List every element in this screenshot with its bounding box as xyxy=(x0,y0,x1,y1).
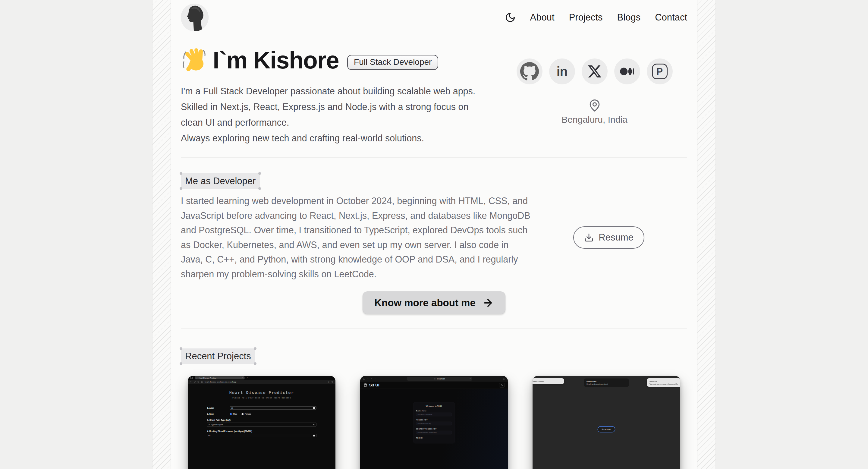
chest-pain-value: 0 - Typical Angina xyxy=(209,424,223,426)
sex-radio-group: Male Female xyxy=(230,413,251,415)
bp-label: 4. Resting Blood Pressure (trestbps) (80… xyxy=(207,430,316,433)
nav-item-blogs[interactable]: Blogs xyxy=(617,12,641,23)
toast-center: Ready-toast Simple and easy to use toast xyxy=(584,378,629,387)
map-pin-icon xyxy=(588,99,601,112)
about-section-label: Me as Developer xyxy=(181,173,260,189)
card2-address-pill: localhost xyxy=(407,377,472,381)
toast-right-body: Your data has been saved successfully. xyxy=(650,383,681,385)
peerlist-icon: P xyxy=(652,64,668,79)
moon-icon xyxy=(505,12,516,23)
age-label: 1. Age: xyxy=(207,407,230,409)
lock-icon xyxy=(434,378,436,379)
medium-link[interactable] xyxy=(614,59,640,84)
back-chevron-icon xyxy=(371,378,373,380)
linkedin-link[interactable]: in xyxy=(549,59,575,84)
toast-center-body: Simple and easy to use toast xyxy=(587,383,626,385)
x-twitter-link[interactable] xyxy=(582,59,608,84)
resume-button-label: Resume xyxy=(598,232,633,243)
age-value: 19 xyxy=(231,407,233,409)
sex-label: 2. Sex: xyxy=(207,413,230,415)
bp-row: 80 xyxy=(207,434,316,437)
card2-app-header: S3 UI xyxy=(360,382,508,389)
secret-access-key-input: your s3 secrect access key xyxy=(416,431,452,434)
projects-section: Recent Projects ♥ Heart Disease Predicto… xyxy=(181,329,687,469)
age-input: 19 xyxy=(230,406,316,410)
profile-photo xyxy=(181,4,209,31)
card1-tab-title: Heart Disease Predictor xyxy=(199,377,216,379)
card1-url-text: heart-disease-predictor-phi.vercel.app xyxy=(205,381,236,383)
hero-section: I`m Kishore Full Stack Developer I'm a F… xyxy=(181,31,687,158)
extensions-icon xyxy=(332,381,334,383)
radio-unselected-icon xyxy=(241,413,244,415)
window-icon xyxy=(363,378,365,380)
reload-icon xyxy=(194,381,196,383)
about-paragraph: I started learning web development in Oc… xyxy=(181,193,530,281)
know-more-button[interactable]: Know more about me xyxy=(363,291,505,314)
card2-welcome-title: Welcome to S3 UI xyxy=(416,405,452,408)
project-card-s3-ui[interactable]: localhost S3 UI xyxy=(360,376,508,469)
card1-app-subtitle: Please fill your data to check heart dis… xyxy=(188,397,336,399)
role-badge: Full Stack Developer xyxy=(347,55,438,70)
page-background: About Projects Blogs Contact xyxy=(0,0,868,469)
forward-chevron-icon xyxy=(374,378,376,380)
reload-icon xyxy=(469,378,471,380)
card2-browser-topbar: localhost xyxy=(360,376,508,382)
hero-title: I`m Kishore xyxy=(213,46,339,74)
chest-pain-select: 0 - Typical Angina xyxy=(207,423,316,427)
top-navigation: About Projects Blogs Contact xyxy=(181,0,687,31)
access-key-input: your s3 access key xyxy=(416,422,452,425)
project-card-heart-disease-predictor[interactable]: ♥ Heart Disease Predictor × + heart-dis xyxy=(188,376,336,469)
hero-title-row: I`m Kishore Full Stack Developer xyxy=(181,46,502,74)
about-label-text: Me as Developer xyxy=(185,176,255,186)
linkedin-icon: in xyxy=(557,64,567,79)
share-icon xyxy=(503,378,505,380)
resume-button[interactable]: Resume xyxy=(573,226,644,249)
show-toast-button: Show toast xyxy=(597,426,615,433)
left-hatch-border xyxy=(152,0,171,469)
projects-label-text: Recent Projects xyxy=(185,351,251,362)
avatar[interactable] xyxy=(181,4,209,31)
radio-female-label: Female xyxy=(245,413,251,415)
tab-close-icon: × xyxy=(242,377,243,379)
card2-welcome-card: Welcome to S3 UI Bucket Name your s3 buc… xyxy=(413,402,455,443)
know-more-label: Know more about me xyxy=(374,297,475,309)
card1-screenshot: ♥ Heart Disease Predictor × + heart-dis xyxy=(188,376,336,469)
about-row: I started learning web development in Oc… xyxy=(181,193,687,281)
chevron-down-icon xyxy=(367,378,369,380)
social-links: in P xyxy=(517,59,673,84)
sex-row: 2. Sex: Male Female xyxy=(207,413,316,415)
radio-female: Female xyxy=(241,413,251,415)
secret-access-key-label: SECRECT ACCESS KEY xyxy=(416,428,452,430)
new-tab-icon: + xyxy=(247,376,248,379)
card2-screenshot: localhost S3 UI xyxy=(360,376,508,469)
arrow-right-icon xyxy=(482,297,494,309)
know-more-row: Know more about me xyxy=(181,291,687,314)
hero-intro-text: I'm a Full Stack Developer passionate ab… xyxy=(181,83,487,146)
theme-icon xyxy=(501,384,503,386)
access-key-label: ACCESS KEY xyxy=(416,419,452,421)
bucket-icon xyxy=(364,383,367,387)
card1-app-title: Heart Disease Predictor xyxy=(188,390,336,395)
card1-browser-tabbar: ♥ Heart Disease Predictor × + xyxy=(188,376,336,380)
shield-icon xyxy=(197,381,199,383)
select-caret-icon xyxy=(313,424,315,425)
location-text: Bengaluru, India xyxy=(561,115,627,125)
back-arrow-icon xyxy=(190,381,192,383)
about-section: Me as Developer I started learning web d… xyxy=(181,158,687,329)
waving-hand-icon xyxy=(181,47,208,74)
card2-app-title: S3 UI xyxy=(369,383,379,387)
theme-toggle-button[interactable] xyxy=(505,12,516,23)
nav-links: About Projects Blogs Contact xyxy=(505,12,687,23)
nav-item-about[interactable]: About xyxy=(530,12,555,23)
medium-icon xyxy=(619,64,635,79)
github-link[interactable] xyxy=(517,59,542,84)
card2-app-body: Welcome to S3 UI Bucket Name your s3 buc… xyxy=(360,389,508,469)
project-card-ready-toast[interactable]: Your data has been saved successfully. R… xyxy=(532,376,680,469)
nav-item-projects[interactable]: Projects xyxy=(569,12,603,23)
age-row: 1. Age: 19 xyxy=(207,406,316,410)
peerlist-link[interactable]: P xyxy=(647,59,673,84)
number-spinner-icon xyxy=(313,435,315,436)
nav-item-contact[interactable]: Contact xyxy=(655,12,687,23)
toast-left-body: Your data has been saved successfully. xyxy=(532,380,562,382)
card2-url-text: localhost xyxy=(437,378,445,380)
